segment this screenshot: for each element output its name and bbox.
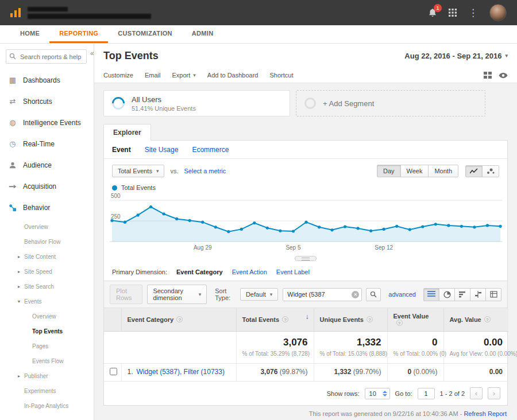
column-header-unique-events[interactable]: Unique Events? (314, 308, 387, 332)
goto-page-input[interactable] (418, 388, 435, 399)
column-label: Avg. Value (450, 316, 481, 323)
sidebar-item-behavior-overview[interactable]: Overview (0, 220, 94, 233)
next-page-button[interactable]: › (488, 387, 500, 399)
sort-desc-icon[interactable]: ↓ (306, 313, 309, 321)
sidebar-item-publisher[interactable]: ▸ Publisher (0, 370, 94, 382)
view-comparison-icon[interactable] (470, 288, 486, 301)
granularity-day-button[interactable]: Day (377, 165, 401, 177)
chart-collapse-handle[interactable] (110, 255, 501, 263)
sidebar-search (6, 49, 87, 64)
column-header-total-events[interactable]: Total Events? ↓ (236, 308, 314, 332)
sidebar-search-input[interactable] (6, 49, 87, 64)
help-icon[interactable]: ? (366, 316, 373, 322)
motion-chart-icon[interactable] (482, 165, 499, 177)
svg-text:250: 250 (111, 213, 121, 220)
notifications-bell-icon[interactable]: 1 (428, 8, 437, 18)
dimension-event-label[interactable]: Event Label (276, 269, 310, 275)
sidebar-item-dashboards[interactable]: ▦ Dashboards (0, 69, 94, 91)
select-metric-link[interactable]: Select a metric (184, 168, 226, 174)
show-rows-select[interactable]: 10 (365, 388, 390, 399)
export-menu-button[interactable]: Export ▾ (172, 72, 195, 79)
sidebar-item-experiments[interactable]: Experiments (0, 384, 94, 397)
sidebar-item-audience[interactable]: Audience (0, 154, 94, 176)
granularity-week-button[interactable]: Week (400, 165, 429, 177)
search-button[interactable] (366, 288, 381, 301)
top-app-bar: 1 ⋮ (0, 0, 517, 25)
prev-page-button[interactable]: ‹ (470, 387, 483, 399)
sidebar-item-pages[interactable]: Pages (0, 340, 94, 352)
sort-type-selector[interactable]: Default ▾ (240, 288, 278, 301)
add-to-dashboard-button[interactable]: Add to Dashboard (207, 72, 258, 79)
column-header-avg-value[interactable]: Avg. Value? (443, 308, 508, 332)
sidebar-item-events[interactable]: ▾ Events (0, 295, 94, 308)
help-icon[interactable]: ? (282, 316, 288, 322)
sidebar-item-behavior-flow[interactable]: Behavior Flow (0, 235, 94, 248)
view-pivot-icon[interactable] (485, 288, 501, 301)
sidebar-item-site-search[interactable]: ▸ Site Search (0, 280, 94, 293)
sidebar-item-real-time[interactable]: ◷ Real-Time (0, 133, 94, 154)
svg-text:Sep 12: Sep 12 (375, 244, 393, 251)
segment-donut-icon (109, 94, 127, 112)
subtab-event[interactable]: Event (112, 146, 131, 154)
account-property-selector[interactable] (28, 7, 151, 19)
subtab-ecommerce[interactable]: Ecommerce (192, 146, 229, 154)
email-button[interactable]: Email (145, 72, 161, 79)
row-checkbox[interactable] (110, 368, 117, 375)
google-analytics-logo-icon[interactable] (10, 8, 21, 17)
row-category-cell: 1.Widget (5387), Filter (10733) (121, 364, 236, 382)
help-icon[interactable]: ? (484, 316, 491, 322)
shortcut-button[interactable]: Shortcut (269, 72, 293, 79)
sidebar-item-intelligence-events[interactable]: ◍ Intelligence Events (0, 112, 94, 133)
row-total-events: 3,076 (99.87%) (236, 364, 314, 382)
event-category-link[interactable]: Widget (5387), Filter (10733) (137, 368, 225, 376)
secondary-dimension-selector[interactable]: Secondary dimension ▾ (147, 285, 207, 304)
advanced-search-link[interactable]: advanced (388, 291, 416, 298)
view-percentage-icon[interactable] (439, 288, 455, 301)
tab-explorer[interactable]: Explorer (103, 124, 151, 141)
column-header-event-category[interactable]: Event Category? (121, 308, 236, 332)
column-header-event-value[interactable]: Event Value? (387, 308, 443, 332)
topbar-actions: 1 ⋮ (428, 4, 507, 21)
date-range-selector[interactable]: Aug 22, 2016 - Sep 21, 2016 ▾ (404, 52, 508, 60)
table-search-input[interactable] (283, 288, 362, 301)
view-table-icon[interactable] (423, 288, 439, 301)
goto-label: Go to: (395, 390, 412, 397)
user-avatar[interactable] (489, 4, 507, 21)
tab-reporting[interactable]: REPORTING (49, 25, 108, 43)
refresh-report-link[interactable]: Refresh Report (464, 410, 507, 417)
more-options-icon[interactable]: ⋮ (468, 8, 478, 18)
report-sidebar: ▦ Dashboards ⇄ Shortcuts ◍ Intelligence … (0, 44, 94, 420)
sidebar-collapse-button[interactable]: « (90, 49, 94, 57)
tab-admin[interactable]: ADMIN (182, 25, 223, 43)
apps-grid-icon[interactable] (449, 9, 457, 17)
help-icon[interactable]: ? (176, 316, 183, 322)
sidebar-item-shortcuts[interactable]: ⇄ Shortcuts (0, 91, 94, 112)
intelligence-eye-icon[interactable] (499, 72, 508, 79)
help-icon[interactable]: ? (396, 320, 403, 326)
timeline-chart[interactable]: 250500Aug 29Sep 5Sep 12 (104, 191, 507, 263)
segment-all-users[interactable]: All Users 51.41% Unique Events (103, 90, 290, 116)
customize-button[interactable]: Customize (103, 72, 133, 79)
dimension-event-category[interactable]: Event Category (176, 269, 223, 275)
line-chart-icon[interactable] (465, 165, 483, 177)
sidebar-item-behavior[interactable]: Behavior (0, 197, 94, 218)
clear-search-icon[interactable]: ✕ (352, 291, 359, 298)
tab-customization[interactable]: CUSTOMIZATION (108, 25, 182, 43)
subtab-site-usage[interactable]: Site Usage (145, 146, 179, 154)
view-performance-icon[interactable] (454, 288, 470, 301)
sidebar-item-site-speed[interactable]: ▸ Site Speed (0, 265, 94, 278)
sidebar-item-site-content[interactable]: ▸ Site Content (0, 250, 94, 263)
dashboard-grid-icon[interactable] (484, 72, 492, 79)
dimension-event-action[interactable]: Event Action (232, 269, 267, 275)
sidebar-item-events-flow[interactable]: Events Flow (0, 355, 94, 367)
sidebar-item-in-page-analytics[interactable]: In-Page Analytics (0, 399, 94, 412)
metric-selector[interactable]: Total Events ▾ (112, 165, 164, 177)
sidebar-item-events-overview[interactable]: Overview (0, 310, 94, 322)
report-header: Top Events Aug 22, 2016 - Sep 21, 2016 ▾ (94, 44, 517, 68)
granularity-month-button[interactable]: Month (428, 165, 458, 177)
tab-home[interactable]: HOME (10, 25, 49, 43)
sidebar-item-top-events[interactable]: Top Events (0, 325, 94, 337)
sidebar-item-acquisition[interactable]: Acquisition (0, 176, 94, 197)
plot-rows-button[interactable]: Plot Rows (110, 285, 142, 304)
add-segment-button[interactable]: + Add Segment (296, 90, 485, 116)
